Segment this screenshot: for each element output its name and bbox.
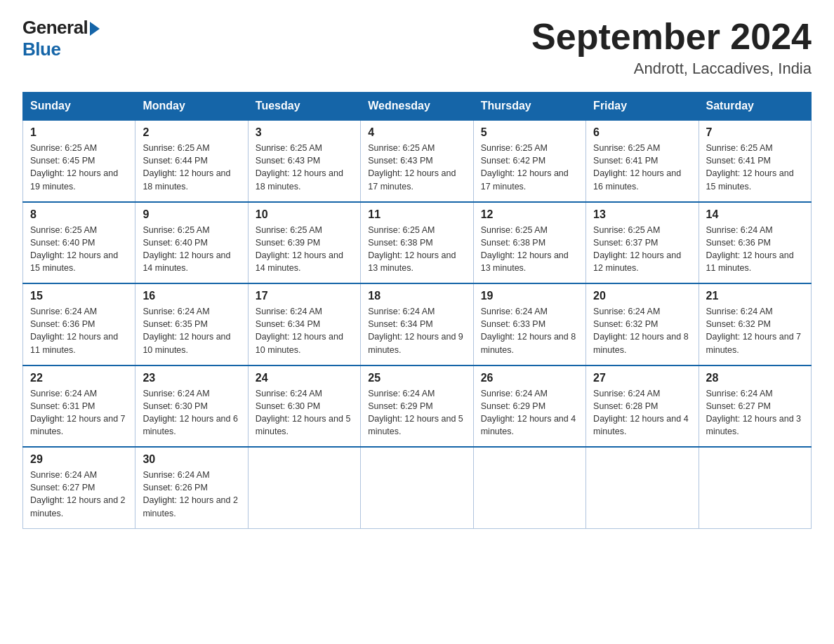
day-number: 20 [593, 290, 691, 302]
calendar-day-cell [586, 447, 699, 528]
day-info: Sunrise: 6:24 AMSunset: 6:33 PMDaylight:… [481, 305, 578, 356]
day-info: Sunrise: 6:25 AMSunset: 6:45 PMDaylight:… [30, 142, 128, 193]
day-info: Sunrise: 6:24 AMSunset: 6:35 PMDaylight:… [143, 305, 240, 356]
calendar-day-cell: 28 Sunrise: 6:24 AMSunset: 6:27 PMDaylig… [699, 365, 811, 448]
calendar-day-header: Tuesday [248, 93, 360, 121]
calendar-day-cell: 22 Sunrise: 6:24 AMSunset: 6:31 PMDaylig… [23, 365, 135, 448]
day-number: 8 [30, 208, 128, 221]
logo-text-blue: Blue [22, 39, 60, 60]
day-number: 18 [368, 290, 465, 302]
day-number: 26 [481, 372, 578, 384]
day-info: Sunrise: 6:24 AMSunset: 6:29 PMDaylight:… [368, 387, 465, 438]
day-info: Sunrise: 6:25 AMSunset: 6:38 PMDaylight:… [368, 224, 465, 275]
calendar-day-cell: 21 Sunrise: 6:24 AMSunset: 6:32 PMDaylig… [699, 283, 811, 365]
calendar-day-cell: 5 Sunrise: 6:25 AMSunset: 6:42 PMDayligh… [473, 120, 585, 202]
day-info: Sunrise: 6:25 AMSunset: 6:43 PMDaylight:… [368, 142, 465, 193]
calendar-week-row: 8 Sunrise: 6:25 AMSunset: 6:40 PMDayligh… [23, 202, 812, 284]
calendar-title: September 2024 [531, 17, 812, 57]
day-info: Sunrise: 6:24 AMSunset: 6:28 PMDaylight:… [593, 387, 691, 438]
logo: General Blue [22, 17, 100, 60]
calendar-week-row: 29 Sunrise: 6:24 AMSunset: 6:27 PMDaylig… [23, 447, 812, 528]
day-number: 13 [593, 208, 691, 221]
day-number: 30 [143, 453, 240, 466]
calendar-day-cell: 27 Sunrise: 6:24 AMSunset: 6:28 PMDaylig… [586, 365, 699, 448]
calendar-week-row: 15 Sunrise: 6:24 AMSunset: 6:36 PMDaylig… [23, 283, 812, 365]
calendar-day-header: Thursday [473, 93, 585, 121]
day-number: 16 [143, 290, 240, 302]
day-info: Sunrise: 6:25 AMSunset: 6:38 PMDaylight:… [481, 224, 578, 275]
day-info: Sunrise: 6:24 AMSunset: 6:27 PMDaylight:… [30, 469, 128, 520]
page-header: General Blue September 2024 Andrott, Lac… [22, 17, 812, 78]
calendar-day-cell: 2 Sunrise: 6:25 AMSunset: 6:44 PMDayligh… [135, 120, 248, 202]
day-number: 5 [481, 126, 578, 139]
calendar-day-cell [699, 447, 811, 528]
calendar-day-cell: 25 Sunrise: 6:24 AMSunset: 6:29 PMDaylig… [361, 365, 473, 448]
day-number: 27 [593, 372, 691, 384]
calendar-day-header: Friday [586, 93, 699, 121]
day-number: 28 [706, 372, 804, 384]
calendar-day-cell: 26 Sunrise: 6:24 AMSunset: 6:29 PMDaylig… [473, 365, 585, 448]
day-number: 23 [143, 372, 240, 384]
calendar-day-cell: 14 Sunrise: 6:24 AMSunset: 6:36 PMDaylig… [699, 202, 811, 284]
day-info: Sunrise: 6:24 AMSunset: 6:30 PMDaylight:… [143, 387, 240, 438]
day-number: 17 [256, 290, 353, 302]
day-info: Sunrise: 6:25 AMSunset: 6:39 PMDaylight:… [256, 224, 353, 275]
day-info: Sunrise: 6:24 AMSunset: 6:34 PMDaylight:… [368, 305, 465, 356]
day-info: Sunrise: 6:24 AMSunset: 6:32 PMDaylight:… [593, 305, 691, 356]
day-info: Sunrise: 6:24 AMSunset: 6:27 PMDaylight:… [706, 387, 804, 438]
calendar-day-cell: 23 Sunrise: 6:24 AMSunset: 6:30 PMDaylig… [135, 365, 248, 448]
calendar-day-cell: 4 Sunrise: 6:25 AMSunset: 6:43 PMDayligh… [361, 120, 473, 202]
calendar-day-cell: 3 Sunrise: 6:25 AMSunset: 6:43 PMDayligh… [248, 120, 360, 202]
calendar-day-cell: 19 Sunrise: 6:24 AMSunset: 6:33 PMDaylig… [473, 283, 585, 365]
day-number: 21 [706, 290, 804, 302]
calendar-day-header: Sunday [23, 93, 135, 121]
calendar-day-cell: 10 Sunrise: 6:25 AMSunset: 6:39 PMDaylig… [248, 202, 360, 284]
day-number: 15 [30, 290, 128, 302]
day-info: Sunrise: 6:24 AMSunset: 6:36 PMDaylight:… [30, 305, 128, 356]
day-info: Sunrise: 6:24 AMSunset: 6:26 PMDaylight:… [143, 469, 240, 520]
day-number: 14 [706, 208, 804, 221]
day-number: 2 [143, 126, 240, 139]
calendar-day-cell: 17 Sunrise: 6:24 AMSunset: 6:34 PMDaylig… [248, 283, 360, 365]
calendar-day-header: Monday [135, 93, 248, 121]
calendar-table: SundayMondayTuesdayWednesdayThursdayFrid… [22, 92, 812, 529]
calendar-day-cell: 6 Sunrise: 6:25 AMSunset: 6:41 PMDayligh… [586, 120, 699, 202]
calendar-day-header: Saturday [699, 93, 811, 121]
day-info: Sunrise: 6:25 AMSunset: 6:40 PMDaylight:… [30, 224, 128, 275]
day-number: 12 [481, 208, 578, 221]
day-number: 22 [30, 372, 128, 384]
calendar-day-cell: 30 Sunrise: 6:24 AMSunset: 6:26 PMDaylig… [135, 447, 248, 528]
logo-arrow-icon [90, 22, 100, 36]
title-block: September 2024 Andrott, Laccadives, Indi… [531, 17, 812, 78]
day-info: Sunrise: 6:24 AMSunset: 6:32 PMDaylight:… [706, 305, 804, 356]
calendar-header-row: SundayMondayTuesdayWednesdayThursdayFrid… [23, 93, 812, 121]
calendar-day-cell: 11 Sunrise: 6:25 AMSunset: 6:38 PMDaylig… [361, 202, 473, 284]
day-info: Sunrise: 6:24 AMSunset: 6:29 PMDaylight:… [481, 387, 578, 438]
calendar-day-cell: 29 Sunrise: 6:24 AMSunset: 6:27 PMDaylig… [23, 447, 135, 528]
day-number: 6 [593, 126, 691, 139]
day-number: 11 [368, 208, 465, 221]
calendar-day-cell: 13 Sunrise: 6:25 AMSunset: 6:37 PMDaylig… [586, 202, 699, 284]
calendar-day-cell: 20 Sunrise: 6:24 AMSunset: 6:32 PMDaylig… [586, 283, 699, 365]
calendar-day-cell: 9 Sunrise: 6:25 AMSunset: 6:40 PMDayligh… [135, 202, 248, 284]
calendar-day-cell: 24 Sunrise: 6:24 AMSunset: 6:30 PMDaylig… [248, 365, 360, 448]
calendar-day-header: Wednesday [361, 93, 473, 121]
calendar-day-cell: 7 Sunrise: 6:25 AMSunset: 6:41 PMDayligh… [699, 120, 811, 202]
day-info: Sunrise: 6:25 AMSunset: 6:37 PMDaylight:… [593, 224, 691, 275]
day-info: Sunrise: 6:24 AMSunset: 6:31 PMDaylight:… [30, 387, 128, 438]
calendar-week-row: 1 Sunrise: 6:25 AMSunset: 6:45 PMDayligh… [23, 120, 812, 202]
day-number: 29 [30, 453, 128, 466]
day-info: Sunrise: 6:25 AMSunset: 6:41 PMDaylight:… [706, 142, 804, 193]
calendar-day-cell: 12 Sunrise: 6:25 AMSunset: 6:38 PMDaylig… [473, 202, 585, 284]
calendar-day-cell [248, 447, 360, 528]
logo-text-general: General [22, 17, 88, 39]
day-info: Sunrise: 6:25 AMSunset: 6:43 PMDaylight:… [256, 142, 353, 193]
day-number: 9 [143, 208, 240, 221]
day-info: Sunrise: 6:24 AMSunset: 6:34 PMDaylight:… [256, 305, 353, 356]
calendar-day-cell [473, 447, 585, 528]
calendar-subtitle: Andrott, Laccadives, India [531, 60, 812, 78]
calendar-day-cell: 8 Sunrise: 6:25 AMSunset: 6:40 PMDayligh… [23, 202, 135, 284]
day-number: 19 [481, 290, 578, 302]
day-info: Sunrise: 6:24 AMSunset: 6:30 PMDaylight:… [256, 387, 353, 438]
day-info: Sunrise: 6:25 AMSunset: 6:44 PMDaylight:… [143, 142, 240, 193]
